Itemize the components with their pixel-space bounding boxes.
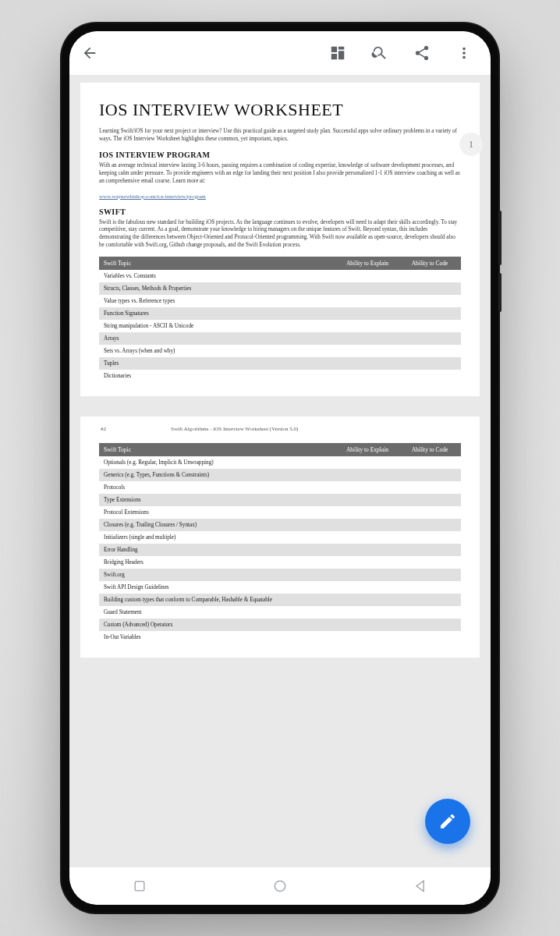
col-explain: Ability to Explain xyxy=(336,257,399,270)
topic-cell: String manipulation - ASCII & Unicode xyxy=(99,320,336,332)
code-cell xyxy=(399,594,461,606)
topic-cell: Error Handling xyxy=(99,544,336,556)
code-cell xyxy=(399,506,461,519)
code-cell xyxy=(399,295,461,307)
topic-cell: Type Extensions xyxy=(99,494,336,506)
section-program-body: With an average technical interview last… xyxy=(99,162,461,185)
code-cell xyxy=(399,456,461,469)
code-cell xyxy=(399,345,461,357)
page2-number: #2 xyxy=(101,426,147,432)
table-row: In-Out Variables xyxy=(99,631,461,644)
explain-cell xyxy=(336,581,399,594)
table-row: Arrays xyxy=(99,332,461,345)
col-code: Ability to Code xyxy=(399,257,461,270)
svg-rect-0 xyxy=(135,881,144,891)
layout-button[interactable] xyxy=(324,39,352,67)
topic-cell: Dictionaries xyxy=(99,370,336,382)
share-button[interactable] xyxy=(408,39,436,67)
code-cell xyxy=(399,481,461,494)
explain-cell xyxy=(336,320,399,332)
table-row: Value types vs. Reference types xyxy=(99,295,461,307)
layout-icon xyxy=(329,44,346,62)
volume-button xyxy=(498,211,502,265)
explain-cell xyxy=(336,357,399,370)
table-row: Generics (e.g. Types, Functions & Constr… xyxy=(99,469,461,481)
edit-fab[interactable] xyxy=(425,799,470,844)
power-button xyxy=(498,273,502,312)
table-row: Guard Statement xyxy=(99,606,461,619)
app-toolbar xyxy=(69,31,491,75)
code-cell xyxy=(399,519,461,531)
program-link[interactable]: www.waynewbishop.com/ios-interview/progr… xyxy=(99,193,461,200)
code-cell xyxy=(399,494,461,506)
table-row: Swift API Design Guidelines xyxy=(99,581,461,594)
search-button[interactable] xyxy=(366,39,394,67)
col-topic: Swift Topic xyxy=(99,257,336,270)
code-cell xyxy=(399,531,461,544)
code-cell xyxy=(399,332,461,345)
back-button[interactable] xyxy=(76,39,104,67)
topic-cell: Tuples xyxy=(99,357,336,370)
code-cell xyxy=(399,307,461,320)
phone-screen: 1 IOS INTERVIEW WORKSHEET Learning Swift… xyxy=(69,31,491,905)
page-2-header: #2 Swift Algorithms - iOS Interview Work… xyxy=(99,426,461,432)
table-row: Function Signatures xyxy=(99,307,461,320)
code-cell xyxy=(399,270,461,282)
topic-cell: Sets vs. Arrays (when and why) xyxy=(99,345,336,357)
topic-cell: Protocol Extensions xyxy=(99,506,336,519)
table-row: Building custom types that conform to Co… xyxy=(99,594,461,606)
nav-recents[interactable] xyxy=(116,874,163,899)
table-row: Variables vs. Constants xyxy=(99,270,461,282)
col-code: Ability to Code xyxy=(399,443,461,456)
col-topic: Swift Topic xyxy=(99,443,336,456)
table-row: Custom (Advanced) Operators xyxy=(99,619,461,631)
table-row: Initializers (single and multiple) xyxy=(99,531,461,544)
arrow-left-icon xyxy=(81,44,98,62)
code-cell xyxy=(399,581,461,594)
code-cell xyxy=(399,370,461,382)
code-cell xyxy=(399,606,461,619)
topic-cell: Bridging Headers xyxy=(99,556,336,569)
topic-cell: Structs, Classes, Methods & Properties xyxy=(99,282,336,295)
explain-cell xyxy=(336,332,399,345)
pencil-icon xyxy=(438,812,457,831)
table-row: Error Handling xyxy=(99,544,461,556)
code-cell xyxy=(399,282,461,295)
more-button[interactable] xyxy=(450,39,478,67)
explain-cell xyxy=(336,494,399,506)
code-cell xyxy=(399,556,461,569)
explain-cell xyxy=(336,370,399,382)
explain-cell xyxy=(336,506,399,519)
explain-cell xyxy=(336,469,399,481)
explain-cell xyxy=(336,481,399,494)
doc-title: IOS INTERVIEW WORKSHEET xyxy=(99,100,461,120)
topic-cell: In-Out Variables xyxy=(99,631,336,644)
table-row: Protocol Extensions xyxy=(99,506,461,519)
page2-running-head: Swift Algorithms - iOS Interview Workshe… xyxy=(171,426,298,432)
explain-cell xyxy=(336,606,399,619)
explain-cell xyxy=(336,345,399,357)
table-row: Optionals (e.g. Regular, Implicit & Unwr… xyxy=(99,456,461,469)
table-row: Closures (e.g. Trailing Closures / Synta… xyxy=(99,519,461,531)
section-swift-body: Swift is the fabulous new standard for b… xyxy=(99,219,461,250)
section-program-heading: IOS INTERVIEW PROGRAM xyxy=(99,151,461,159)
nav-back[interactable] xyxy=(397,874,444,899)
table-row: Type Extensions xyxy=(99,494,461,506)
col-explain: Ability to Explain xyxy=(336,443,399,456)
code-cell xyxy=(399,619,461,631)
triangle-icon xyxy=(413,878,428,894)
page-number-badge: 1 xyxy=(459,133,483,156)
explain-cell xyxy=(336,569,399,581)
explain-cell xyxy=(336,519,399,531)
section-swift-heading: SWIFT xyxy=(99,207,461,216)
topic-cell: Swift.org xyxy=(99,569,336,581)
document-viewport[interactable]: 1 IOS INTERVIEW WORKSHEET Learning Swift… xyxy=(69,75,491,867)
nav-home[interactable] xyxy=(257,874,303,899)
explain-cell xyxy=(336,282,399,295)
table-row: Bridging Headers xyxy=(99,556,461,569)
topic-cell: Generics (e.g. Types, Functions & Constr… xyxy=(99,469,336,481)
topic-cell: Function Signatures xyxy=(99,307,336,320)
square-icon xyxy=(132,878,147,894)
explain-cell xyxy=(336,531,399,544)
code-cell xyxy=(399,357,461,370)
